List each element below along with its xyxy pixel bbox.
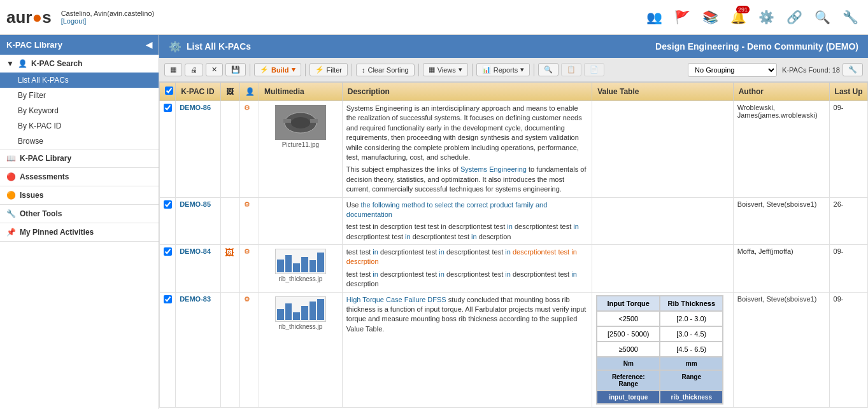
description-text: Systems Engineering is an interdisciplin…: [346, 104, 588, 162]
vt-ref-row: Reference: Range Range: [597, 370, 723, 391]
row-checkbox-cell[interactable]: [160, 245, 176, 293]
wrench-icon[interactable]: 🔧: [839, 6, 862, 29]
other-tools-header[interactable]: 🔧 Other Tools: [0, 205, 159, 223]
select-all-checkbox[interactable]: [165, 87, 173, 95]
assessments-header[interactable]: 🔴 Assessments: [0, 168, 159, 186]
grouping-select[interactable]: No Grouping: [688, 63, 777, 77]
value-table-cell: Input Torque Rib Thickness <2500 [2.0 - …: [592, 292, 733, 407]
vt-col1-header: Input Torque: [597, 296, 660, 311]
kpac-id-cell: DEMO-84: [176, 245, 220, 293]
config-button[interactable]: 🔧: [843, 63, 863, 76]
col-description[interactable]: Description: [342, 83, 592, 101]
sidebar-item-list-all-kpacs[interactable]: List All K-PACs: [0, 73, 159, 88]
description-text: Use the following method to select the c…: [346, 200, 588, 220]
col-kpac-id[interactable]: K-PAC ID: [176, 83, 220, 101]
row-checkbox-cell[interactable]: [160, 292, 176, 407]
copy-button[interactable]: 📋: [561, 63, 581, 76]
main-layout: K-PAC Library ◀ ▼ 👤 K-PAC Search List Al…: [0, 35, 868, 409]
build-label: Build: [271, 66, 289, 74]
views-arrow: ▾: [459, 66, 462, 74]
kpac-id-link[interactable]: DEMO-83: [180, 295, 211, 303]
kpac-id-link[interactable]: DEMO-86: [180, 104, 211, 111]
row-col-icon1: [220, 292, 239, 407]
row-col-icon2: ⚙: [239, 197, 259, 245]
sidebar-item-browse[interactable]: Browse: [0, 134, 159, 149]
col-multimedia[interactable]: Multimedia: [259, 83, 342, 101]
search-icon[interactable]: 🔍: [811, 6, 834, 29]
notifications-icon[interactable]: 🔔291: [727, 6, 750, 29]
vt-thickness-3: [4.5 - 6.5): [660, 342, 723, 357]
col-select-all[interactable]: [160, 83, 176, 101]
vt-torque-1: <2500: [597, 311, 660, 326]
kpac-library-section: 📖 K-PAC Library: [0, 149, 159, 168]
views-icon: ▦: [429, 66, 435, 74]
value-table-cell: [592, 101, 733, 198]
last-up-cell: 09-: [829, 101, 867, 198]
row-checkbox[interactable]: [164, 295, 172, 303]
connect-icon[interactable]: 🔗: [783, 6, 806, 29]
description-text: High Torque Case Failure DFSS study conc…: [346, 295, 588, 335]
views-button[interactable]: ▦ Views ▾: [423, 63, 468, 76]
svg-rect-3: [310, 119, 318, 123]
date-text: 09-: [834, 104, 844, 111]
grid-view-button[interactable]: ▦: [164, 63, 182, 76]
kpac-id-link[interactable]: DEMO-85: [180, 200, 211, 208]
desc-highlight: the following method to select the corre…: [346, 201, 548, 218]
export-button[interactable]: ✕: [206, 63, 223, 76]
desc-highlight-orange: descrptiontest test in descrption: [346, 248, 577, 265]
row-checkbox[interactable]: [164, 200, 172, 209]
row-checkbox-cell[interactable]: [160, 197, 176, 245]
row-col-icon1: [220, 197, 239, 245]
col-author[interactable]: Author: [733, 83, 829, 101]
pinned-activities-section: 📌 My Pinned Activities: [0, 223, 159, 242]
paste-button[interactable]: 📄: [584, 63, 604, 76]
sidebar-item-by-filter[interactable]: By Filter: [0, 88, 159, 103]
user-info: Castelino, Avin(avin.castelino) [Logout]: [61, 10, 155, 25]
col-last-up[interactable]: Last Up: [829, 83, 867, 101]
flag-icon[interactable]: 🚩: [671, 6, 694, 29]
issues-header[interactable]: 🟠 Issues: [0, 186, 159, 204]
sidebar-item-by-keyword[interactable]: By Keyword: [0, 103, 159, 118]
vt-key-row: input_torque rib_thickness: [597, 391, 723, 404]
copy-icon: 📋: [567, 66, 576, 74]
table-container[interactable]: K-PAC ID 🖼 👤 Multimedia Description Valu…: [159, 82, 868, 409]
search-kpac-button[interactable]: 🔍: [538, 63, 559, 76]
grid-icon: ▦: [170, 66, 176, 74]
kpac-id-link[interactable]: DEMO-84: [180, 247, 211, 255]
kpac-library-header[interactable]: 📖 K-PAC Library: [0, 149, 159, 167]
vt-thickness-1: [2.0 - 3.0): [660, 311, 723, 326]
row-col-icon2: ⚙: [239, 292, 259, 407]
date-text: 09-: [834, 295, 844, 303]
header-icons: 👥 🚩 📚 🔔291 ⚙️ 🔗 🔍 🔧: [643, 6, 862, 29]
date-text: 09-: [834, 247, 844, 255]
logout-link[interactable]: [Logout]: [61, 17, 87, 25]
vt-torque-2: [2500 - 5000): [597, 326, 660, 342]
row-checkbox[interactable]: [164, 104, 172, 112]
clear-sorting-button[interactable]: ↕ Clear Sorting: [356, 64, 415, 76]
cross-tools-icon[interactable]: ⚙️: [755, 6, 778, 29]
save-button[interactable]: 💾: [225, 63, 246, 76]
page-icon: ⚙️: [169, 41, 181, 53]
kpac-search-label: K-PAC Search: [31, 59, 82, 68]
row-checkbox-cell[interactable]: [160, 101, 176, 198]
col-value-table[interactable]: Value Table: [592, 83, 733, 101]
build-button[interactable]: ⚡ Build ▾: [254, 63, 301, 76]
row-checkbox[interactable]: [164, 247, 172, 256]
people-icon[interactable]: 👥: [643, 6, 665, 29]
last-up-cell: 09-: [829, 292, 867, 407]
vt-thickness-2: [3.0 - 4.5): [660, 326, 723, 342]
kpac-search-header[interactable]: ▼ 👤 K-PAC Search: [0, 55, 159, 73]
print-button[interactable]: 🖨: [185, 64, 203, 76]
print-icon: 🖨: [190, 66, 197, 74]
svg-rect-4: [283, 119, 291, 123]
kpac-category-icon: ⚙: [244, 247, 250, 255]
reports-button[interactable]: 📊 Reports ▾: [476, 63, 530, 76]
sidebar-collapse-icon[interactable]: ◀: [146, 40, 152, 50]
value-table-cell: [592, 245, 733, 293]
col-icon1: 🖼: [220, 83, 239, 101]
pinned-activities-header[interactable]: 📌 My Pinned Activities: [0, 223, 159, 241]
save-icon: 💾: [231, 66, 240, 74]
sidebar-item-by-kpac-id[interactable]: By K-PAC ID: [0, 118, 159, 134]
filter-button[interactable]: ⚡ Filter: [309, 63, 348, 76]
books-icon[interactable]: 📚: [699, 6, 722, 29]
